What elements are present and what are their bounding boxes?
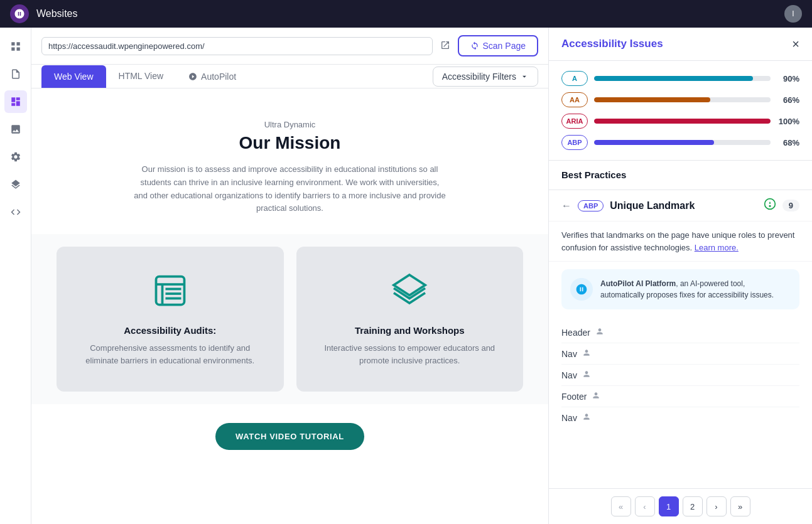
landmark-name: Footer (561, 392, 587, 402)
badge-aria[interactable]: ARIA (561, 114, 588, 129)
watch-video-button[interactable]: WATCH VIDEO TUTORIAL (215, 423, 364, 450)
detail-section-header: Best Practices (549, 161, 812, 190)
svg-rect-1 (16, 42, 19, 45)
web-page-content: Ultra Dynamic Our Mission Our mission is… (31, 88, 548, 524)
sidebar-icon-document[interactable] (4, 63, 27, 85)
cards-section: Accessibility Audits: Comprehensive asse… (31, 234, 548, 404)
score-bars: A 90% AA 66% ARIA 100% (549, 61, 812, 161)
card-audits-text: Comprehensive assessments to identify an… (75, 342, 265, 366)
person-icon (582, 412, 591, 423)
hero-title: Our Mission (57, 133, 523, 153)
view-tabs-bar: Web View HTML View AutoPilot Accessibili… (31, 65, 548, 88)
pagination-last-button[interactable]: » (730, 496, 750, 516)
right-panel: Accessibility Issues × A 90% AA 66% ARIA (548, 28, 812, 524)
badge-aa[interactable]: AA (561, 92, 588, 107)
user-avatar[interactable]: I (784, 5, 802, 23)
landmark-name: Nav (561, 413, 577, 423)
score-track-abp (594, 140, 771, 145)
pagination-page-1[interactable]: 1 (659, 496, 679, 516)
person-icon (582, 370, 591, 380)
hero-subtitle: Ultra Dynamic (57, 120, 523, 129)
list-item: Header (561, 322, 799, 343)
pagination-prev-button[interactable]: ‹ (635, 496, 655, 516)
card-training-text: Interactive sessions to empower educator… (315, 342, 505, 366)
score-row-a: A 90% (561, 71, 799, 86)
warning-icon (764, 198, 776, 213)
card-layers-icon (315, 272, 505, 315)
pagination: « ‹ 1 2 › » (549, 488, 812, 524)
score-track-a (594, 76, 771, 81)
list-item: Nav (561, 343, 799, 365)
top-bar: Websites I (0, 0, 812, 28)
score-pct-aa: 66% (777, 95, 799, 105)
panel-title: Accessibility Issues (561, 38, 663, 50)
score-pct-abp: 68% (777, 138, 799, 147)
svg-rect-0 (11, 42, 14, 45)
tab-web-view[interactable]: Web View (41, 65, 106, 88)
score-fill-aa (594, 97, 710, 102)
left-sidebar (0, 28, 31, 524)
external-link-icon[interactable] (440, 40, 450, 52)
landmark-name: Nav (561, 370, 577, 380)
close-icon[interactable]: × (792, 38, 799, 50)
score-fill-abp (594, 140, 714, 145)
pagination-first-button[interactable]: « (611, 496, 631, 516)
detail-panel: Best Practices ← ABP Unique Landmark 9 V… (549, 161, 812, 524)
sidebar-icon-layout[interactable] (4, 90, 27, 113)
landmark-name: Header (561, 328, 590, 338)
watch-btn-area: WATCH VIDEO TUTORIAL (31, 404, 548, 469)
sidebar-icon-code[interactable] (4, 201, 27, 223)
main-layout: Scan Page Web View HTML View AutoPilot A… (0, 28, 812, 524)
sidebar-icon-grid[interactable] (4, 35, 27, 58)
tab-autopilot[interactable]: AutoPilot (176, 65, 249, 88)
landmark-title: Unique Landmark (610, 200, 757, 211)
score-pct-a: 90% (777, 74, 799, 83)
url-input[interactable] (41, 37, 433, 55)
logo-icon (10, 4, 29, 23)
badge-a[interactable]: A (561, 71, 588, 86)
panel-header: Accessibility Issues × (549, 28, 812, 61)
detail-nav-row: ← ABP Unique Landmark 9 (549, 190, 812, 222)
badge-abp[interactable]: ABP (561, 135, 588, 150)
sidebar-icon-settings[interactable] (4, 146, 27, 168)
person-icon (592, 391, 600, 402)
landmark-list: Header Nav Nav (549, 317, 812, 488)
hero-text: Our mission is to assess and improve acc… (133, 163, 447, 215)
score-fill-a (594, 76, 753, 81)
pagination-next-button[interactable]: › (706, 496, 727, 516)
web-view-area: Ultra Dynamic Our Mission Our mission is… (31, 88, 548, 524)
card-training: Training and Workshops Interactive sessi… (296, 247, 524, 392)
pagination-page-2[interactable]: 2 (683, 496, 703, 516)
learn-more-link[interactable]: Learn more. (695, 243, 739, 252)
score-fill-aria (594, 119, 771, 124)
hero-section: Ultra Dynamic Our Mission Our mission is… (31, 88, 548, 234)
accessibility-filters-button[interactable]: Accessibility Filters (433, 67, 538, 87)
content-area: Scan Page Web View HTML View AutoPilot A… (31, 28, 548, 524)
score-row-aa: AA 66% (561, 92, 799, 107)
svg-point-13 (769, 206, 771, 207)
score-track-aa (594, 97, 771, 102)
scan-page-button[interactable]: Scan Page (458, 35, 539, 56)
list-item: Footer (561, 386, 799, 407)
detail-description: Verifies that landmarks on the page have… (549, 222, 812, 262)
svg-rect-3 (16, 48, 19, 51)
svg-rect-4 (156, 277, 184, 305)
card-training-title: Training and Workshops (315, 325, 505, 336)
score-row-aria: ARIA 100% (561, 114, 799, 129)
person-icon (595, 327, 604, 338)
app-title: Websites (36, 8, 78, 19)
score-row-abp: ABP 68% (561, 135, 799, 150)
detail-abp-badge: ABP (578, 200, 604, 211)
autopilot-box: AutoPilot AI Platform, an AI-powered too… (561, 269, 799, 309)
card-book-icon (75, 272, 265, 315)
card-audits-title: Accessibility Audits: (75, 325, 265, 336)
sidebar-icon-image[interactable] (4, 118, 27, 141)
score-track-aria (594, 119, 771, 124)
tab-html-view[interactable]: HTML View (106, 65, 176, 88)
svg-rect-2 (11, 48, 14, 51)
autopilot-icon (570, 278, 593, 301)
card-audits: Accessibility Audits: Comprehensive asse… (57, 247, 284, 392)
issue-count-badge: 9 (782, 200, 799, 211)
back-button[interactable]: ← (561, 200, 571, 211)
sidebar-icon-layers[interactable] (4, 173, 27, 196)
